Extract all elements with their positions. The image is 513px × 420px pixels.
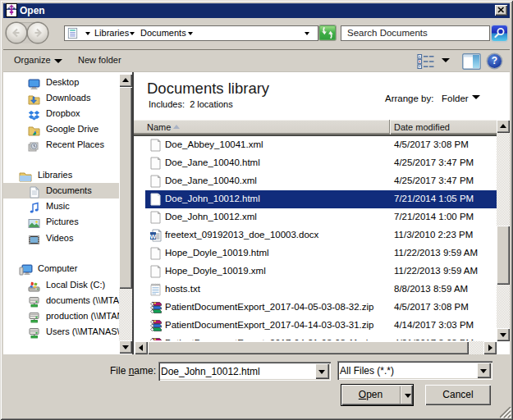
svg-text:W: W (150, 233, 157, 240)
